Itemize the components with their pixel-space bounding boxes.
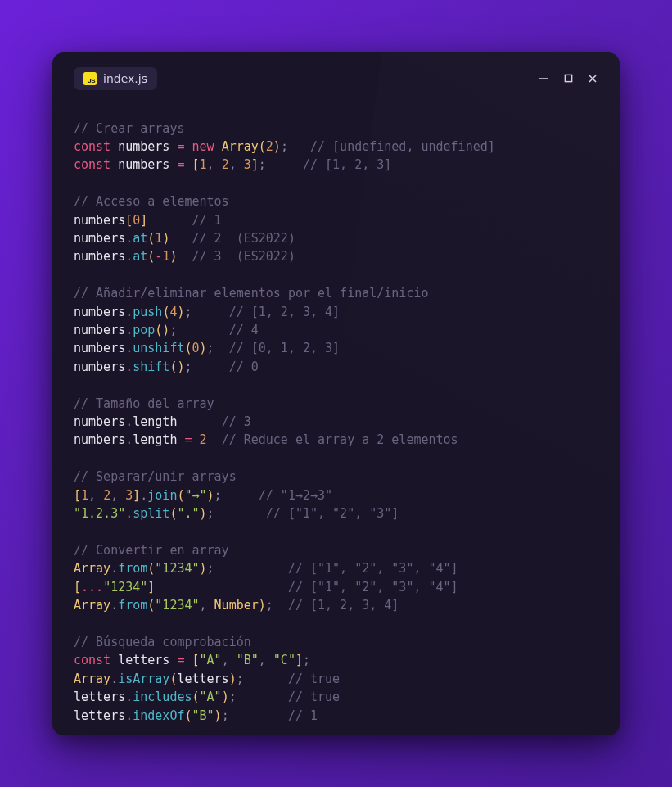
token-punct: ; [207,341,214,355]
token-punct: . [125,249,133,264]
code-line [74,450,598,468]
token-any [214,506,266,521]
svg-rect-1 [565,75,571,81]
token-comment: // Acceso a elementos [74,194,229,209]
token-func: shift [133,360,169,374]
token-bracket: ) [207,488,214,503]
token-any [214,341,229,355]
token-bracket: ( [147,231,155,246]
token-punct: , [88,488,103,503]
file-tab[interactable]: JS index.js [74,67,157,90]
token-bracket: ] [140,213,147,228]
token-comment: // Reduce el array a 2 elementos [222,432,458,447]
close-icon[interactable] [587,73,598,84]
token-num: 0 [192,341,200,355]
token-bracket: ) [273,139,281,154]
token-class: Array [74,598,110,613]
token-comment: // 0 [229,360,259,374]
token-punct: , [110,488,125,503]
token-prop: length [133,414,177,429]
token-bracket: ) [200,561,207,576]
token-func: split [133,506,169,521]
token-func: includes [133,690,192,704]
token-any [177,414,221,429]
token-comment: // Añadir/eliminar elementos por el fina… [74,286,428,301]
token-comment: // true [288,672,340,686]
code-line: // Crear arrays [74,120,598,138]
token-punct: ; [281,139,288,154]
token-var: letters [177,672,228,686]
token-punct: . [110,672,118,686]
token-any [184,653,192,667]
token-punct: ; [229,690,237,704]
token-bracket: ( [147,561,155,576]
token-var: numbers [74,414,125,429]
token-str: "1234" [155,561,199,576]
code-line: numbers.shift(); // 0 [74,358,598,376]
token-bracket: [ [74,580,81,595]
token-str: "B" [192,708,214,723]
token-any [229,708,288,723]
code-line [74,614,598,632]
code-content[interactable]: // Crear arraysconst numbers = new Array… [74,120,598,725]
token-var: numbers [74,323,125,337]
token-var: numbers [74,360,125,374]
token-func: at [133,231,147,246]
token-any [169,231,192,246]
token-any [184,157,192,172]
token-func: join [147,488,177,503]
token-punct: ; [207,561,214,576]
token-bracket: ( [147,249,155,264]
token-bracket: ] [295,653,303,667]
token-any [244,672,288,686]
token-any [192,360,229,374]
token-any [177,249,192,264]
token-bracket: ] [133,488,140,503]
token-any [288,139,310,154]
token-comment: // Crear arrays [74,121,184,136]
code-line: const numbers = [1, 2, 3]; // [1, 2, 3] [74,156,598,174]
token-bracket: ( [147,598,155,613]
token-comment: // [1, 2, 3] [303,157,391,172]
token-any [214,139,222,154]
token-var: numbers [74,341,125,355]
token-func: unshift [133,341,184,355]
token-str: "→" [184,488,206,503]
token-punct: ; [259,157,266,172]
token-comment: // Tamaño del array [74,396,214,411]
token-comment: // 3 (ES2022) [192,249,295,264]
code-line: numbers[0] // 1 [74,211,598,229]
code-line: numbers.unshift(0); // [0, 1, 2, 3] [74,339,598,357]
code-line: const numbers = new Array(2); // [undefi… [74,138,598,156]
token-punct: . [140,488,147,503]
token-comment: // [undefined, undefined] [310,139,495,154]
token-op: ... [81,580,103,595]
code-line: const letters = ["A", "B", "C"]; [74,651,598,669]
token-punct: . [125,414,133,429]
token-str: "1234" [155,598,199,613]
code-line: "1.2.3".split("."); // ["1", "2", "3"] [74,504,598,522]
token-class: Array [74,561,110,576]
code-line: letters.includes("A"); // true [74,688,598,706]
token-punct: , [207,157,222,172]
token-punct: . [125,360,133,374]
token-punct: ; [184,360,192,374]
maximize-icon[interactable] [562,73,574,84]
token-num: 1 [81,488,88,503]
code-line: numbers.at(1) // 2 (ES2022) [74,229,598,247]
token-comment: // "1→2→3" [259,488,332,503]
token-punct: . [125,231,133,246]
token-keyword: const [74,653,110,667]
code-line: Array.isArray(letters); // true [74,670,598,688]
token-comment: // 4 [229,323,259,337]
code-line: [1, 2, 3].join("→"); // "1→2→3" [74,486,598,504]
token-any [266,157,303,172]
minimize-icon[interactable] [538,73,549,84]
code-line: letters.indexOf("B"); // 1 [74,707,598,725]
token-comment: // 3 [222,414,251,429]
token-str: "C" [273,653,295,667]
token-any [110,653,118,667]
token-op: = [184,432,192,447]
token-func: indexOf [133,708,184,723]
token-any [192,432,200,447]
